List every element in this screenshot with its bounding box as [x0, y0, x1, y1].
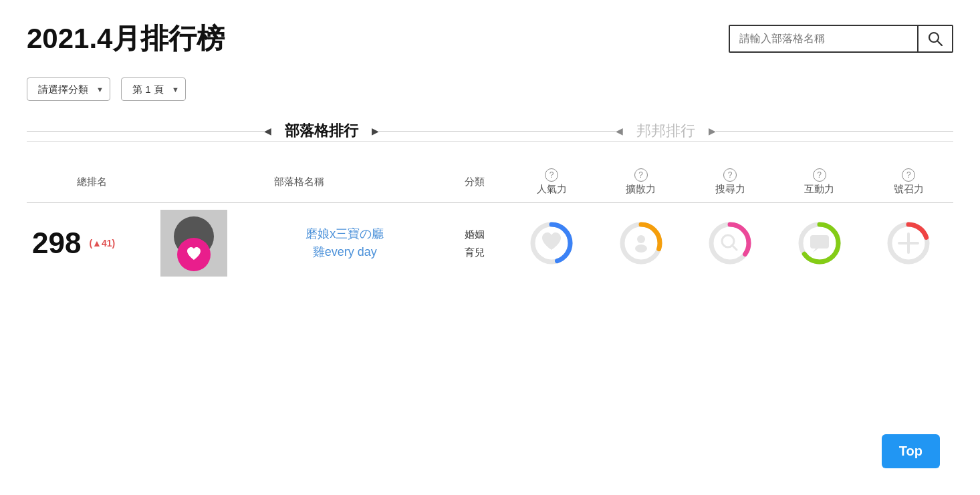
- header-category: 分類: [442, 162, 507, 203]
- header-metric5: ? 號召力: [864, 162, 953, 203]
- tab-inactive-section: 邦邦排行: [623, 121, 709, 141]
- tab-line-left: [27, 131, 264, 132]
- tab-next-inactive[interactable]: ▶: [709, 126, 716, 136]
- metric4-cell: [775, 203, 864, 284]
- header: 2021.4月排行榜: [27, 20, 953, 57]
- metric5-cell: [864, 203, 953, 284]
- page-select-wrapper: 第 1 頁: [121, 77, 186, 101]
- header-rank: 總排名: [27, 162, 156, 203]
- search-button[interactable]: [917, 26, 952, 51]
- svg-point-7: [635, 244, 647, 253]
- metric2-help[interactable]: ?: [634, 168, 648, 182]
- ranking-table: 總排名 部落格名稱 分類 ? 人氣力 ? 擴散力: [27, 162, 953, 283]
- metric3-cell: [685, 203, 775, 284]
- metric2-circle: [602, 219, 681, 267]
- rank-cell: 298 (▲41): [27, 203, 156, 284]
- metric5-help[interactable]: ?: [902, 168, 915, 182]
- blog-name-cell: 磨娘x三寶の廳雞every day: [247, 203, 442, 284]
- tab-inactive-label[interactable]: 邦邦排行: [636, 121, 695, 141]
- header-name: 部落格名稱: [156, 162, 442, 203]
- tab-next-active[interactable]: ▶: [372, 126, 379, 136]
- svg-rect-14: [810, 235, 829, 249]
- rank-change: (▲41): [89, 238, 115, 249]
- metric1-circle: [512, 219, 591, 267]
- tab-prev-inactive[interactable]: ◀: [616, 126, 623, 136]
- page-select[interactable]: 第 1 頁: [121, 77, 186, 101]
- header-metric2: ? 擴散力: [596, 162, 686, 203]
- metric4-help[interactable]: ?: [813, 168, 826, 182]
- page-title: 2021.4月排行榜: [27, 20, 225, 57]
- header-metric4: ? 互動力: [775, 162, 864, 203]
- tab-active-section: 部落格排行: [271, 121, 372, 141]
- tab-line-mid: [379, 131, 616, 132]
- svg-line-11: [732, 245, 737, 250]
- table-row: 298 (▲41) 磨娘x三寶の廳雞every day: [27, 203, 953, 284]
- top-button[interactable]: Top: [882, 434, 940, 468]
- category-select-wrapper: 請選擇分類: [27, 77, 110, 101]
- svg-marker-15: [813, 249, 818, 253]
- blog-name-link[interactable]: 磨娘x三寶の廳雞every day: [253, 225, 437, 261]
- metric1-help[interactable]: ?: [545, 168, 558, 182]
- metric4-circle: [780, 219, 859, 267]
- tab-prev-active[interactable]: ◀: [264, 126, 271, 136]
- search-input[interactable]: [730, 27, 917, 50]
- tab-line-right: [716, 131, 953, 132]
- blog-thumbnail: [160, 210, 227, 277]
- metric3-help[interactable]: ?: [723, 168, 737, 182]
- svg-line-1: [938, 41, 943, 46]
- metric1-cell: [507, 203, 596, 284]
- header-metric3: ? 搜尋力: [685, 162, 775, 203]
- search-icon: [928, 31, 943, 46]
- rank-number: 298: [32, 226, 81, 260]
- metric2-cell: [596, 203, 686, 284]
- metric5-circle: [869, 219, 948, 267]
- search-box: [729, 25, 953, 53]
- table-header: 總排名 部落格名稱 分類 ? 人氣力 ? 擴散力: [27, 162, 953, 203]
- blog-thumbnail-cell: [156, 203, 247, 284]
- category-text: 婚姻育兒: [447, 225, 501, 261]
- svg-point-6: [637, 235, 645, 243]
- filter-row: 請選擇分類 第 1 頁: [27, 77, 953, 101]
- category-cell: 婚姻育兒: [442, 203, 507, 284]
- category-select[interactable]: 請選擇分類: [27, 77, 110, 101]
- tab-navigation: ◀ 部落格排行 ▶ ◀ 邦邦排行 ▶: [27, 121, 953, 142]
- header-metric1: ? 人氣力: [507, 162, 596, 203]
- tab-active-label[interactable]: 部落格排行: [285, 121, 358, 141]
- metric3-circle: [691, 219, 769, 267]
